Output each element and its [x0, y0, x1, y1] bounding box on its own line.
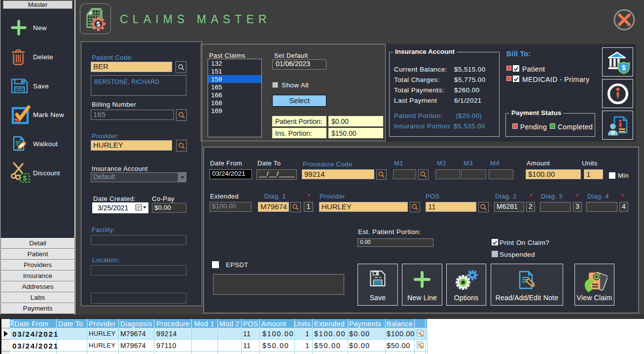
svg-text:$: $: [97, 20, 101, 28]
svg-text:$: $: [622, 63, 626, 71]
svg-text:$: $: [23, 174, 27, 182]
